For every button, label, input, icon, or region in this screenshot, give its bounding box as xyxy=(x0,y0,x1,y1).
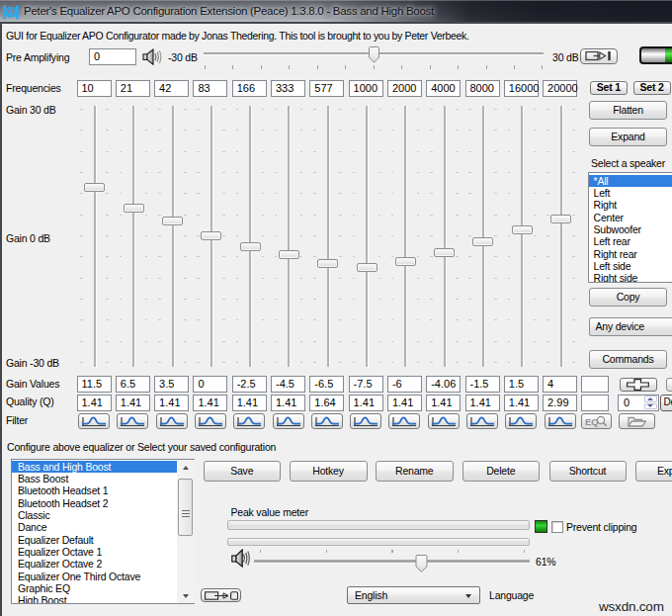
svg-text:EQ: EQ xyxy=(585,416,599,427)
